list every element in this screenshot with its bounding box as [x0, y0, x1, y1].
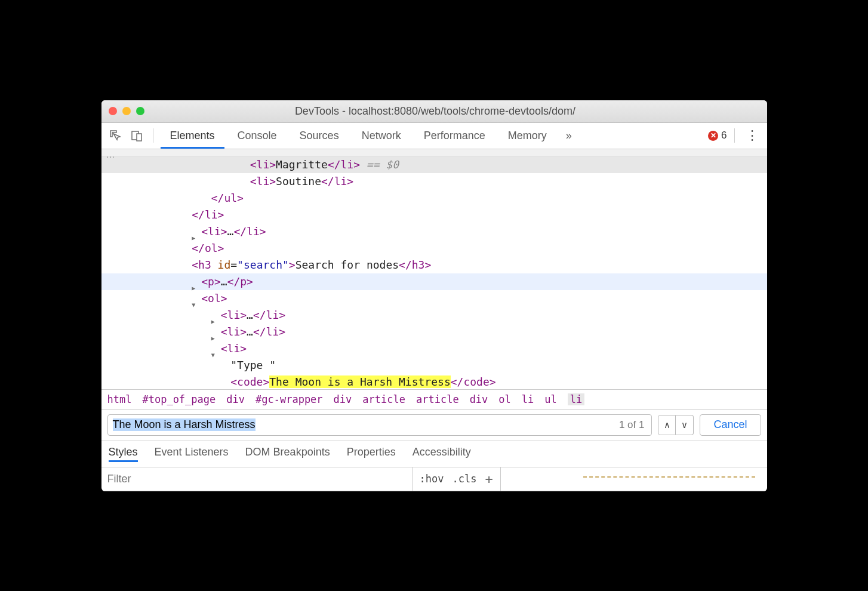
dom-node[interactable]: <h3 id="search">Search for nodes</h3> [101, 257, 767, 273]
top-strip: … [101, 149, 767, 156]
dom-node[interactable]: <ol> [101, 290, 767, 307]
crumb[interactable]: ol [498, 393, 510, 405]
dom-node[interactable]: </li> [101, 207, 767, 223]
dom-tree-panel[interactable]: <li>Magritte</li> == $0 <li>Soutine</li>… [101, 156, 767, 389]
search-bar: The Moon is a Harsh Mistress 1 of 1 ∧ ∨ … [101, 410, 767, 441]
subtab-event-listeners[interactable]: Event Listeners [155, 446, 229, 462]
inspect-element-icon[interactable] [106, 127, 124, 144]
breadcrumb: html #top_of_page div #gc-wrapper div ar… [101, 389, 767, 410]
dom-text-node[interactable]: "Type " [101, 357, 767, 374]
styles-filter-input[interactable] [101, 473, 412, 485]
tab-sources[interactable]: Sources [290, 122, 349, 149]
tab-memory[interactable]: Memory [498, 122, 556, 149]
dom-node[interactable]: <li>…</li> [101, 307, 767, 324]
dom-node[interactable]: <code>The Moon is a Harsh Mistress</code… [101, 374, 767, 389]
dom-node[interactable]: <li> [101, 340, 767, 357]
crumb[interactable]: li [522, 393, 534, 405]
close-window-icon[interactable] [109, 107, 117, 115]
expand-icon[interactable] [211, 328, 218, 335]
box-model-preview [500, 467, 767, 491]
crumb[interactable]: html [107, 393, 132, 405]
search-query: The Moon is a Harsh Mistress [113, 418, 256, 431]
dom-node[interactable]: <li>…</li> [101, 324, 767, 340]
cls-toggle[interactable]: .cls [452, 473, 476, 485]
dom-node[interactable]: </ol> [101, 240, 767, 257]
search-nav: ∧ ∨ [658, 415, 694, 435]
subtab-styles[interactable]: Styles [109, 446, 138, 462]
search-highlight: The Moon is a Harsh Mistress [269, 375, 450, 388]
error-count: 6 [721, 130, 727, 141]
crumb-selected[interactable]: li [568, 393, 584, 405]
expand-icon[interactable] [192, 228, 199, 235]
window-title: DevTools - localhost:8080/web/tools/chro… [144, 105, 727, 118]
expand-icon[interactable] [192, 278, 199, 285]
styles-toolbar: :hov .cls + [101, 467, 767, 491]
crumb[interactable]: div [226, 393, 245, 405]
search-prev-icon[interactable]: ∧ [658, 415, 676, 435]
zoom-window-icon[interactable] [136, 107, 144, 115]
collapse-icon[interactable] [192, 295, 199, 302]
error-count-badge[interactable]: ✕ 6 [708, 130, 727, 141]
subtab-accessibility[interactable]: Accessibility [413, 446, 471, 462]
minimize-window-icon[interactable] [122, 107, 131, 115]
tab-console[interactable]: Console [228, 122, 287, 149]
tab-performance[interactable]: Performance [414, 122, 495, 149]
collapse-icon[interactable] [211, 345, 218, 352]
search-next-icon[interactable]: ∨ [676, 415, 694, 435]
traffic-lights [109, 107, 144, 115]
devtools-window: DevTools - localhost:8080/web/tools/chro… [101, 100, 767, 491]
crumb[interactable]: div [334, 393, 352, 405]
new-style-rule-icon[interactable]: + [485, 472, 493, 487]
crumb[interactable]: #top_of_page [142, 393, 216, 405]
crumb[interactable]: article [362, 393, 405, 405]
crumb[interactable]: div [470, 393, 488, 405]
dom-node-hovered[interactable]: <p>…</p> [101, 273, 767, 290]
tab-elements[interactable]: Elements [161, 122, 224, 149]
dashed-box-icon [583, 476, 755, 481]
crumb[interactable]: ul [544, 393, 556, 405]
crumb[interactable]: article [416, 393, 459, 405]
error-icon: ✕ [708, 131, 718, 141]
crumb[interactable]: #gc-wrapper [256, 393, 323, 405]
dom-node[interactable]: <li>…</li> [101, 223, 767, 240]
tab-network[interactable]: Network [352, 122, 411, 149]
svg-rect-1 [137, 134, 141, 141]
titlebar: DevTools - localhost:8080/web/tools/chro… [101, 100, 767, 123]
search-result-count: 1 of 1 [619, 419, 647, 431]
styles-subtabs: Styles Event Listeners DOM Breakpoints P… [101, 441, 767, 467]
dom-node[interactable]: </ul> [101, 190, 767, 207]
styles-actions: :hov .cls + [412, 467, 500, 491]
cancel-button[interactable]: Cancel [700, 414, 761, 436]
main-toolbar: Elements Console Sources Network Perform… [101, 123, 767, 149]
device-toolbar-icon[interactable] [128, 127, 146, 144]
subtab-properties[interactable]: Properties [347, 446, 396, 462]
dom-node-selected[interactable]: <li>Magritte</li> == $0 [101, 156, 767, 173]
settings-menu-icon[interactable]: ⋮ [742, 128, 762, 143]
dom-node[interactable]: <li>Soutine</li> [101, 173, 767, 190]
tabs-overflow-icon[interactable]: » [560, 122, 578, 149]
expand-icon[interactable] [211, 312, 218, 319]
search-input[interactable]: The Moon is a Harsh Mistress 1 of 1 [107, 414, 652, 436]
subtab-dom-breakpoints[interactable]: DOM Breakpoints [245, 446, 330, 462]
hov-toggle[interactable]: :hov [420, 473, 444, 485]
